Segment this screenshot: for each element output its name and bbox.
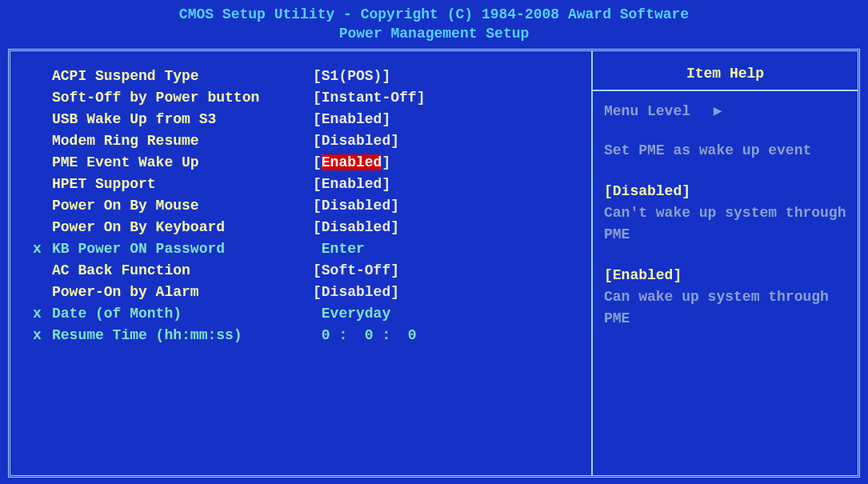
help-body: Menu Level ▶ Set PME as wake up event [D…: [593, 91, 858, 358]
setting-row[interactable]: USB Wake Up from S3[Enabled]: [33, 109, 583, 130]
row-marker: [33, 217, 52, 238]
bracket-open: [: [313, 262, 322, 278]
help-option: [Disabled]Can't wake up system through P…: [604, 181, 846, 246]
setting-value[interactable]: [Disabled]: [313, 130, 399, 152]
bracket-close: ]: [390, 198, 399, 214]
setting-value[interactable]: [Soft-Off]: [313, 260, 399, 282]
setting-value[interactable]: [Instant-Off]: [313, 87, 425, 109]
bracket-open: [: [313, 284, 322, 300]
setting-label: PME Event Wake Up: [52, 152, 313, 174]
setting-row[interactable]: ACPI Suspend Type[S1(POS)]: [33, 66, 583, 87]
bracket-open: [: [313, 133, 322, 149]
setting-row[interactable]: xResume Time (hh:mm:ss) 0 : 0 : 0: [33, 325, 583, 346]
setting-value-text: Disabled: [322, 284, 390, 300]
utility-title: CMOS Setup Utility - Copyright (C) 1984-…: [0, 5, 868, 24]
bracket-close: ]: [382, 154, 390, 170]
settings-panel[interactable]: ACPI Suspend Type[S1(POS)]Soft-Off by Po…: [10, 51, 593, 475]
setting-label: Modem Ring Resume: [52, 130, 313, 152]
setting-label: Power On By Mouse: [52, 195, 313, 217]
setting-value[interactable]: [Disabled]: [313, 217, 399, 238]
bracket-close: ]: [390, 284, 399, 300]
help-option-head: [Enabled]: [604, 265, 846, 286]
main-container: ACPI Suspend Type[S1(POS)]Soft-Off by Po…: [8, 49, 860, 478]
setting-value[interactable]: [Disabled]: [313, 195, 399, 217]
row-marker: [33, 282, 52, 303]
setting-value-text: Enabled: [322, 176, 382, 192]
setting-label: Power-On by Alarm: [52, 282, 313, 303]
setting-label: Date (of Month): [52, 303, 313, 325]
row-marker: x: [33, 325, 52, 346]
setting-value-text: S1(POS): [322, 68, 382, 84]
bracket-open: [: [313, 219, 322, 235]
help-panel: Item Help Menu Level ▶ Set PME as wake u…: [593, 51, 858, 475]
setting-value[interactable]: [Enabled]: [313, 109, 390, 130]
row-marker: [33, 260, 52, 282]
help-menu-level: Menu Level ▶: [604, 101, 846, 122]
setting-label: Power On By Keyboard: [52, 217, 313, 238]
bracket-close: ]: [390, 262, 399, 278]
help-description: Set PME as wake up event: [604, 140, 846, 162]
setting-value[interactable]: Enter: [313, 238, 365, 260]
row-marker: [33, 174, 52, 195]
setting-value-text: Soft-Off: [322, 262, 390, 278]
setting-row[interactable]: Power On By Keyboard[Disabled]: [33, 217, 583, 238]
setting-label: ACPI Suspend Type: [52, 66, 313, 87]
bracket-close: ]: [382, 176, 390, 192]
chevron-right-icon: ▶: [714, 101, 722, 122]
bracket-open: [: [313, 176, 322, 192]
setting-value-text: Enabled: [322, 111, 382, 127]
menu-level-label: Menu Level: [604, 103, 690, 119]
setting-label: Soft-Off by Power button: [52, 87, 313, 109]
setting-row[interactable]: HPET Support[Enabled]: [33, 174, 583, 195]
row-marker: [33, 109, 52, 130]
bracket-close: ]: [390, 219, 399, 235]
setting-row[interactable]: PME Event Wake Up[Enabled]: [33, 152, 583, 174]
setting-label: Resume Time (hh:mm:ss): [52, 325, 313, 346]
setting-value[interactable]: 0 : 0 : 0: [313, 325, 417, 346]
setting-value-text: Instant-Off: [322, 90, 417, 106]
row-marker: [33, 130, 52, 152]
setting-value[interactable]: [Enabled]: [313, 152, 390, 174]
setting-value[interactable]: [Enabled]: [313, 174, 390, 195]
bracket-open: [: [313, 111, 322, 127]
setting-value-text: Disabled: [322, 133, 390, 149]
setting-label: AC Back Function: [52, 260, 313, 282]
bracket-close: ]: [382, 111, 390, 127]
help-option-text: Can wake up system through PME: [604, 286, 846, 330]
row-marker: x: [33, 303, 52, 325]
setting-label: USB Wake Up from S3: [52, 109, 313, 130]
setting-row[interactable]: Power-On by Alarm[Disabled]: [33, 282, 583, 303]
header: CMOS Setup Utility - Copyright (C) 1984-…: [0, 0, 868, 47]
help-option-text: Can't wake up system through PME: [604, 202, 846, 246]
setting-value[interactable]: [Disabled]: [313, 282, 399, 303]
bracket-open: [: [313, 154, 322, 170]
setting-row[interactable]: xDate (of Month) Everyday: [33, 303, 583, 325]
row-marker: [33, 87, 52, 109]
setting-row[interactable]: Soft-Off by Power button[Instant-Off]: [33, 87, 583, 109]
setting-row[interactable]: AC Back Function[Soft-Off]: [33, 260, 583, 282]
setting-label: HPET Support: [52, 174, 313, 195]
setting-row[interactable]: xKB Power ON Password Enter: [33, 238, 583, 260]
row-marker: [33, 152, 52, 174]
setting-label: KB Power ON Password: [52, 238, 313, 260]
bracket-close: ]: [390, 133, 399, 149]
section-title: Power Management Setup: [0, 24, 868, 43]
row-marker: [33, 195, 52, 217]
setting-value[interactable]: Everyday: [313, 303, 390, 325]
setting-value-text: Disabled: [322, 219, 390, 235]
help-option: [Enabled]Can wake up system through PME: [604, 265, 846, 330]
bracket-open: [: [313, 90, 322, 106]
setting-row[interactable]: Modem Ring Resume[Disabled]: [33, 130, 583, 152]
help-option-head: [Disabled]: [604, 181, 846, 202]
row-marker: x: [33, 238, 52, 260]
setting-value[interactable]: [S1(POS)]: [313, 66, 390, 87]
bracket-open: [: [313, 198, 322, 214]
setting-value-text: Disabled: [322, 198, 390, 214]
bracket-close: ]: [417, 90, 426, 106]
help-title: Item Help: [593, 51, 858, 91]
setting-value-text: Enabled: [322, 154, 382, 170]
setting-row[interactable]: Power On By Mouse[Disabled]: [33, 195, 583, 217]
bracket-open: [: [313, 68, 322, 84]
row-marker: [33, 66, 52, 87]
bracket-close: ]: [382, 68, 390, 84]
